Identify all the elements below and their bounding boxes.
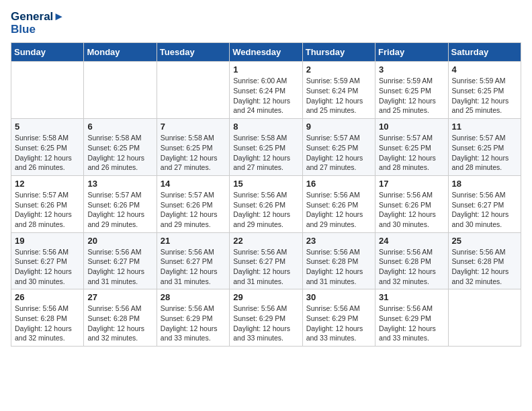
header-wednesday: Wednesday — [230, 43, 302, 62]
day-info: Sunrise: 5:56 AM Sunset: 6:26 PM Dayligh… — [306, 190, 371, 230]
day-number: 15 — [233, 179, 298, 189]
logo-text: General► Blue — [11, 11, 64, 36]
day-info: Sunrise: 5:57 AM Sunset: 6:26 PM Dayligh… — [161, 190, 226, 230]
day-info: Sunrise: 5:57 AM Sunset: 6:26 PM Dayligh… — [87, 190, 152, 230]
calendar-cell: 20Sunrise: 5:56 AM Sunset: 6:27 PM Dayli… — [84, 232, 157, 289]
day-number: 18 — [452, 179, 517, 189]
day-info: Sunrise: 5:57 AM Sunset: 6:26 PM Dayligh… — [15, 190, 80, 230]
day-info: Sunrise: 5:56 AM Sunset: 6:27 PM Dayligh… — [161, 247, 226, 287]
day-info: Sunrise: 5:57 AM Sunset: 6:25 PM Dayligh… — [306, 133, 371, 173]
day-info: Sunrise: 5:56 AM Sunset: 6:28 PM Dayligh… — [379, 247, 444, 287]
calendar-cell: 18Sunrise: 5:56 AM Sunset: 6:27 PM Dayli… — [448, 175, 521, 232]
calendar-cell: 15Sunrise: 5:56 AM Sunset: 6:26 PM Dayli… — [230, 175, 302, 232]
calendar-cell: 6Sunrise: 5:58 AM Sunset: 6:25 PM Daylig… — [84, 119, 157, 176]
calendar-cell: 2Sunrise: 5:59 AM Sunset: 6:24 PM Daylig… — [302, 62, 375, 119]
day-info: Sunrise: 6:00 AM Sunset: 6:24 PM Dayligh… — [233, 76, 298, 116]
calendar-cell: 24Sunrise: 5:56 AM Sunset: 6:28 PM Dayli… — [375, 232, 448, 289]
day-number: 26 — [15, 292, 80, 302]
day-number: 6 — [87, 122, 152, 132]
calendar-cell: 21Sunrise: 5:56 AM Sunset: 6:27 PM Dayli… — [157, 232, 229, 289]
header-thursday: Thursday — [302, 43, 375, 62]
day-info: Sunrise: 5:57 AM Sunset: 6:25 PM Dayligh… — [452, 133, 517, 173]
calendar-cell: 3Sunrise: 5:59 AM Sunset: 6:25 PM Daylig… — [375, 62, 448, 119]
day-info: Sunrise: 5:56 AM Sunset: 6:27 PM Dayligh… — [452, 190, 517, 230]
header-tuesday: Tuesday — [157, 43, 229, 62]
day-number: 3 — [379, 64, 444, 75]
header-saturday: Saturday — [448, 43, 521, 62]
day-number: 14 — [161, 179, 226, 189]
day-number: 10 — [379, 122, 444, 132]
calendar-cell: 1Sunrise: 6:00 AM Sunset: 6:24 PM Daylig… — [230, 62, 302, 119]
logo: General► Blue — [11, 11, 64, 36]
day-info: Sunrise: 5:58 AM Sunset: 6:25 PM Dayligh… — [233, 133, 298, 173]
day-number: 24 — [379, 236, 444, 246]
day-info: Sunrise: 5:56 AM Sunset: 6:28 PM Dayligh… — [87, 304, 152, 343]
header-sunday: Sunday — [11, 43, 84, 62]
day-number: 5 — [15, 122, 80, 132]
header-friday: Friday — [375, 43, 448, 62]
calendar-cell: 14Sunrise: 5:57 AM Sunset: 6:26 PM Dayli… — [157, 175, 229, 232]
calendar-cell: 16Sunrise: 5:56 AM Sunset: 6:26 PM Dayli… — [302, 175, 375, 232]
day-info: Sunrise: 5:59 AM Sunset: 6:25 PM Dayligh… — [379, 76, 444, 116]
calendar-cell: 5Sunrise: 5:58 AM Sunset: 6:25 PM Daylig… — [11, 119, 84, 176]
calendar-cell — [157, 62, 229, 119]
calendar-header-row: SundayMondayTuesdayWednesdayThursdayFrid… — [11, 43, 521, 62]
calendar-cell: 27Sunrise: 5:56 AM Sunset: 6:28 PM Dayli… — [84, 289, 157, 347]
day-info: Sunrise: 5:58 AM Sunset: 6:25 PM Dayligh… — [15, 133, 80, 173]
calendar-cell: 11Sunrise: 5:57 AM Sunset: 6:25 PM Dayli… — [448, 119, 521, 176]
calendar-cell: 25Sunrise: 5:56 AM Sunset: 6:28 PM Dayli… — [448, 232, 521, 289]
week-row-1: 1Sunrise: 6:00 AM Sunset: 6:24 PM Daylig… — [11, 62, 521, 119]
week-row-5: 26Sunrise: 5:56 AM Sunset: 6:28 PM Dayli… — [11, 289, 521, 347]
day-info: Sunrise: 5:56 AM Sunset: 6:27 PM Dayligh… — [15, 247, 80, 287]
calendar-cell: 30Sunrise: 5:56 AM Sunset: 6:29 PM Dayli… — [302, 289, 375, 347]
day-number: 13 — [87, 179, 152, 189]
day-number: 8 — [233, 122, 298, 132]
day-number: 7 — [161, 122, 226, 132]
day-info: Sunrise: 5:56 AM Sunset: 6:29 PM Dayligh… — [379, 304, 444, 343]
calendar-cell — [84, 62, 157, 119]
day-number: 2 — [306, 64, 371, 75]
calendar-cell: 10Sunrise: 5:57 AM Sunset: 6:25 PM Dayli… — [375, 119, 448, 176]
day-number: 22 — [233, 236, 298, 246]
day-info: Sunrise: 5:56 AM Sunset: 6:28 PM Dayligh… — [306, 247, 371, 287]
calendar-table: SundayMondayTuesdayWednesdayThursdayFrid… — [11, 42, 521, 347]
day-number: 4 — [452, 64, 517, 75]
day-number: 12 — [15, 179, 80, 189]
day-number: 23 — [306, 236, 371, 246]
calendar-cell — [448, 289, 521, 347]
day-number: 29 — [233, 292, 298, 302]
week-row-4: 19Sunrise: 5:56 AM Sunset: 6:27 PM Dayli… — [11, 232, 521, 289]
day-info: Sunrise: 5:56 AM Sunset: 6:29 PM Dayligh… — [233, 304, 298, 343]
day-info: Sunrise: 5:58 AM Sunset: 6:25 PM Dayligh… — [87, 133, 152, 173]
day-info: Sunrise: 5:56 AM Sunset: 6:29 PM Dayligh… — [306, 304, 371, 343]
day-number: 20 — [87, 236, 152, 246]
calendar-cell: 22Sunrise: 5:56 AM Sunset: 6:27 PM Dayli… — [230, 232, 302, 289]
day-info: Sunrise: 5:56 AM Sunset: 6:28 PM Dayligh… — [15, 304, 80, 343]
calendar-cell: 12Sunrise: 5:57 AM Sunset: 6:26 PM Dayli… — [11, 175, 84, 232]
day-number: 16 — [306, 179, 371, 189]
calendar-cell: 9Sunrise: 5:57 AM Sunset: 6:25 PM Daylig… — [302, 119, 375, 176]
calendar-cell: 19Sunrise: 5:56 AM Sunset: 6:27 PM Dayli… — [11, 232, 84, 289]
day-info: Sunrise: 5:56 AM Sunset: 6:28 PM Dayligh… — [452, 247, 517, 287]
day-number: 30 — [306, 292, 371, 302]
calendar-cell: 26Sunrise: 5:56 AM Sunset: 6:28 PM Dayli… — [11, 289, 84, 347]
day-number: 27 — [87, 292, 152, 302]
calendar-cell: 13Sunrise: 5:57 AM Sunset: 6:26 PM Dayli… — [84, 175, 157, 232]
calendar-cell: 23Sunrise: 5:56 AM Sunset: 6:28 PM Dayli… — [302, 232, 375, 289]
day-number: 11 — [452, 122, 517, 132]
calendar-cell: 31Sunrise: 5:56 AM Sunset: 6:29 PM Dayli… — [375, 289, 448, 347]
day-number: 1 — [233, 64, 298, 75]
day-number: 19 — [15, 236, 80, 246]
day-info: Sunrise: 5:59 AM Sunset: 6:25 PM Dayligh… — [452, 76, 517, 116]
page-header: General► Blue — [11, 11, 521, 36]
day-number: 9 — [306, 122, 371, 132]
day-number: 21 — [161, 236, 226, 246]
day-info: Sunrise: 5:56 AM Sunset: 6:26 PM Dayligh… — [233, 190, 298, 230]
week-row-2: 5Sunrise: 5:58 AM Sunset: 6:25 PM Daylig… — [11, 119, 521, 176]
day-info: Sunrise: 5:58 AM Sunset: 6:25 PM Dayligh… — [161, 133, 226, 173]
calendar-cell: 29Sunrise: 5:56 AM Sunset: 6:29 PM Dayli… — [230, 289, 302, 347]
day-number: 28 — [161, 292, 226, 302]
day-info: Sunrise: 5:56 AM Sunset: 6:27 PM Dayligh… — [233, 247, 298, 287]
calendar-cell: 7Sunrise: 5:58 AM Sunset: 6:25 PM Daylig… — [157, 119, 229, 176]
week-row-3: 12Sunrise: 5:57 AM Sunset: 6:26 PM Dayli… — [11, 175, 521, 232]
